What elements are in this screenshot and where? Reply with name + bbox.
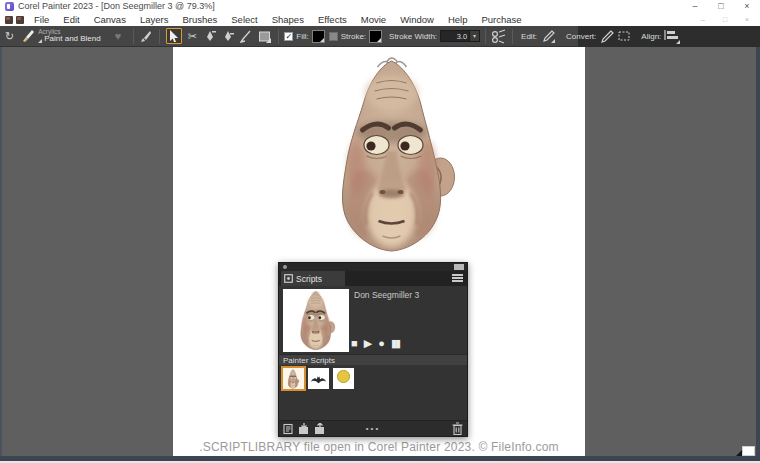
reset-brush-icon[interactable]: ↻ [5,26,14,47]
toolbar-separator [278,29,279,44]
menu-bar: File Edit Canvas Layers Brushes Select S… [0,13,760,26]
menu-purchase[interactable]: Purchase [474,13,528,26]
stroke-label: Stroke: [341,32,366,41]
painter-window: Corel Painter 2023 - [Don Seegmiller 3 @… [0,0,760,463]
document-icon[interactable] [5,16,13,24]
pointer-icon [169,30,179,42]
window-right-edge [756,47,760,456]
script-preview-image [294,290,338,351]
menu-help[interactable]: Help [441,13,475,26]
workspace: .SCRIPTLIBRARY file open in Corel Painte… [0,47,760,456]
doc-minimize-button[interactable]: – [692,13,714,26]
scripts-tab-label: Scripts [296,274,322,284]
menu-effects[interactable]: Effects [311,13,354,26]
shape-tool-group: ✂ [165,28,273,44]
tab-scripts[interactable]: Scripts [281,271,345,286]
convert-label: Convert: [566,32,596,41]
panel-dot-icon [283,265,287,269]
thumb-bat-image [309,372,328,385]
toolbar-separator [133,29,134,44]
panel-tab-bar: Scripts [279,271,467,286]
stop-button[interactable]: ■ [351,337,358,349]
pause-button[interactable]: ▮▮ [391,337,399,349]
script-thumb-3[interactable] [333,368,354,389]
close-button[interactable]: × [734,0,760,13]
toolbar-separator [512,29,513,44]
script-thumb-2[interactable] [308,368,329,389]
scissors-tool[interactable]: ✂ [184,28,200,44]
scalpel-tool[interactable] [238,28,254,44]
stroke-color-swatch[interactable] [369,30,382,43]
menu-window[interactable]: Window [393,13,441,26]
favorite-heart-icon[interactable]: ♥ [115,30,122,42]
fill-color-swatch[interactable] [312,30,325,43]
resize-grip[interactable] [742,446,755,456]
pointer-tool[interactable] [166,28,182,44]
script-name: Don Seegmiller 3 [354,290,419,300]
edit-label: Edit: [521,32,537,41]
menu-layers[interactable]: Layers [133,13,176,26]
script-preview[interactable] [283,289,349,352]
transport-controls: ■ ▶ ● ▮▮ [351,337,402,350]
brush-ghost-icon[interactable] [139,29,154,44]
title-bar: Corel Painter 2023 - [Don Seegmiller 3 @… [0,0,760,13]
stroke-width-label: Stroke Width: [389,32,437,41]
menu-brushes[interactable]: Brushes [175,13,224,26]
add-point-tool[interactable] [202,28,218,44]
stroke-width-input[interactable]: 3.0 [440,30,470,42]
convert-pen-icon[interactable] [599,29,614,44]
brush-selector[interactable]: Acrylics Paint and Blend [19,28,101,44]
panel-collapse-icon[interactable] [454,264,464,270]
caption-text: .SCRIPTLIBRARY file open in Corel Painte… [173,440,585,454]
brush-icon [19,28,35,44]
rect-shape-tool[interactable] [256,28,272,44]
pen-add-icon [204,30,216,43]
doc-close-button[interactable]: × [736,13,758,26]
doc-restore-button[interactable]: □ [714,13,736,26]
menu-canvas[interactable]: Canvas [87,13,133,26]
menu-file[interactable]: File [27,13,56,26]
panel-footer: ••• [279,420,467,436]
edit-pen-icon[interactable] [540,29,556,44]
caricature-painting [325,55,460,255]
panel-resize-handle[interactable]: ••• [279,424,467,433]
brush-variant-dropdown-icon [38,39,42,43]
thumb-face-image [286,369,300,389]
stroke-width-dropdown[interactable]: ▾ [470,30,480,42]
remove-point-tool[interactable] [220,28,236,44]
fill-label: Fill: [296,32,308,41]
menu-movie[interactable]: Movie [354,13,393,26]
menu-edit[interactable]: Edit [56,13,86,26]
panel-drag-bar[interactable] [279,263,467,271]
align-label: Align: [641,32,661,41]
stroke-checkbox[interactable] [329,32,338,41]
toolbar-separator [159,29,160,44]
play-button[interactable]: ▶ [364,337,372,349]
app-logo-icon [5,2,14,11]
window-title: Corel Painter 2023 - [Don Seegmiller 3 @… [18,0,215,13]
library-header: Painter Scripts [279,354,467,365]
minimize-button[interactable]: – [682,0,708,13]
scissors-icon: ✂ [188,26,197,47]
scripts-panel: Scripts Don Seegmiller 3 ■ ▶ ● ▮▮ Painte… [278,262,468,437]
shape-attributes-icon[interactable] [491,29,507,44]
brush-document-icon[interactable] [16,16,24,24]
rectangle-icon [258,30,271,43]
panel-options-icon[interactable] [452,274,463,283]
property-bar-content: ↻ Acrylics Paint and Blend ♥ [0,26,578,47]
fill-checkbox[interactable]: ✓ [284,32,293,41]
convert-selection-icon[interactable] [617,29,631,43]
menu-shapes[interactable]: Shapes [265,13,311,26]
maximize-button[interactable]: □ [708,0,734,13]
scripts-tab-icon [284,274,293,283]
pen-remove-icon [222,30,234,43]
script-thumb-don-seegmiller[interactable] [283,368,304,389]
record-button[interactable]: ● [378,337,385,349]
property-bar: ↻ Acrylics Paint and Blend ♥ [0,26,760,47]
align-icon[interactable] [664,29,680,44]
brush-variant-label: Paint and Blend [44,35,101,43]
menu-select[interactable]: Select [224,13,264,26]
scalpel-icon [240,30,252,43]
window-left-edge [0,47,2,456]
thumb-ball-image [336,369,351,384]
